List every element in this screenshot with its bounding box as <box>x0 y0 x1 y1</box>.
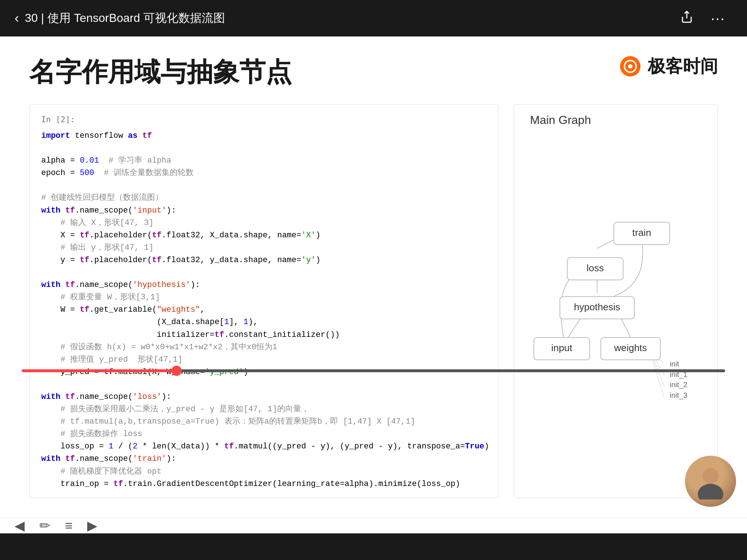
code-line-4: # 创建线性回归模型（数据流图） <box>41 192 487 204</box>
logo-text: 极客时间 <box>648 55 718 78</box>
code-label: In [2]: <box>41 113 487 125</box>
code-line-25: train_op = tf.train.GradientDescentOptim… <box>41 478 487 490</box>
bottom-toolbar: ◀ ✏ ≡ ▶ <box>0 518 747 533</box>
more-icon[interactable]: ··· <box>711 10 725 27</box>
code-line-23: with tf.name_scope('train'): <box>41 453 487 465</box>
code-line-blank3 <box>41 267 487 279</box>
pencil-button[interactable]: ✏ <box>39 518 50 533</box>
progress-thumb <box>171 366 182 376</box>
code-line-11: # 权重变量 W，形状[3,1] <box>41 291 487 304</box>
content-row: In [2]: import tensorflow as tf alpha = … <box>29 104 718 498</box>
back-button[interactable]: ‹ 30 | 使用 TensorBoard 可视化数据流图 <box>15 10 225 26</box>
svg-point-26 <box>698 484 723 499</box>
code-line-1: import tensorflow as tf <box>41 130 487 142</box>
code-line-16: # 推理值 y_pred 形状[47,1] <box>41 354 487 366</box>
prev-slide-button[interactable]: ◀ <box>15 518 25 533</box>
back-arrow-icon: ‹ <box>15 11 19 26</box>
code-line-14: initializer=tf.constant_initializer()) <box>41 329 487 341</box>
code-line-9: y = tf.placeholder(tf.float32, y_data.sh… <box>41 254 487 267</box>
page-title: 30 | 使用 TensorBoard 可视化数据流图 <box>25 10 225 26</box>
code-line-5: with tf.name_scope('input'): <box>41 205 487 217</box>
code-line-15: # 假设函数 h(x) = w0*x0+w1*x1+w2*x2，其中x0恒为1 <box>41 341 487 354</box>
code-line-2: alpha = 0.01 # 学习率 alpha <box>41 155 487 167</box>
graph-block: Main Graph <box>514 104 718 498</box>
top-bar: ‹ 30 | 使用 TensorBoard 可视化数据流图 ··· <box>0 0 747 36</box>
svg-text:weights: weights <box>614 342 647 353</box>
graph-svg: train loss hypothesis input weights init <box>523 134 709 489</box>
svg-text:train: train <box>632 227 651 238</box>
code-line-22: loss_op = 1 / (2 * len(X_data)) * tf.mat… <box>41 440 487 453</box>
svg-text:init_3: init_3 <box>670 391 688 400</box>
code-block: In [2]: import tensorflow as tf alpha = … <box>29 104 499 498</box>
code-line-blank2 <box>41 179 487 192</box>
svg-text:init: init <box>670 360 679 368</box>
svg-text:init_2: init_2 <box>670 381 688 389</box>
code-line-20: # tf.matmul(a,b,transpose_a=True) 表示：矩阵a… <box>41 416 487 428</box>
slide-area: 名字作用域与抽象节点 极客时间 In [2]: import tensorflo… <box>0 36 747 518</box>
code-line-blank1 <box>41 142 487 155</box>
graph-title: Main Graph <box>530 113 591 127</box>
next-slide-button[interactable]: ▶ <box>87 518 97 533</box>
list-button[interactable]: ≡ <box>65 518 73 533</box>
code-line-7: X = tf.placeholder(tf.float32, X_data.sh… <box>41 229 487 242</box>
code-line-18: with tf.name_scope('loss'): <box>41 391 487 403</box>
code-line-blank4 <box>41 378 487 391</box>
avatar <box>685 456 736 507</box>
slide-title: 名字作用域与抽象节点 <box>29 55 718 90</box>
top-actions: ··· <box>680 10 725 27</box>
svg-point-27 <box>703 468 719 484</box>
code-line-6: # 输入 X，形状[47, 3] <box>41 217 487 229</box>
progress-fill <box>22 369 177 372</box>
code-line-10: with tf.name_scope('hypothesis'): <box>41 279 487 291</box>
code-line-17: y_pred = tf.matmul(X, W, name='y_pred') <box>41 366 487 378</box>
svg-text:input: input <box>551 342 572 353</box>
logo-area: 极客时间 <box>619 55 718 78</box>
progress-bar[interactable] <box>22 369 725 372</box>
code-line-3: epoch = 500 # 训练全量数据集的轮数 <box>41 167 487 179</box>
code-line-12: W = tf.get_variable("weights", <box>41 304 487 316</box>
svg-text:hypothesis: hypothesis <box>574 302 620 312</box>
code-line-8: # 输出 y，形状[47, 1] <box>41 242 487 254</box>
main-content: 名字作用域与抽象节点 极客时间 In [2]: import tensorflo… <box>0 36 747 350</box>
code-line-13: (X_data.shape[1], 1), <box>41 316 487 328</box>
code-line-24: # 随机梯度下降优化器 opt <box>41 466 487 478</box>
share-icon[interactable] <box>680 10 693 27</box>
avatar-image <box>685 456 736 507</box>
logo-icon <box>619 55 642 78</box>
svg-point-2 <box>628 64 632 69</box>
code-line-19: # 损失函数采用最小二乘法，y_pred - y 是形如[47, 1]的向量， <box>41 403 487 416</box>
code-line-21: # 损失函数操作 loss <box>41 428 487 440</box>
svg-text:loss: loss <box>587 262 604 273</box>
